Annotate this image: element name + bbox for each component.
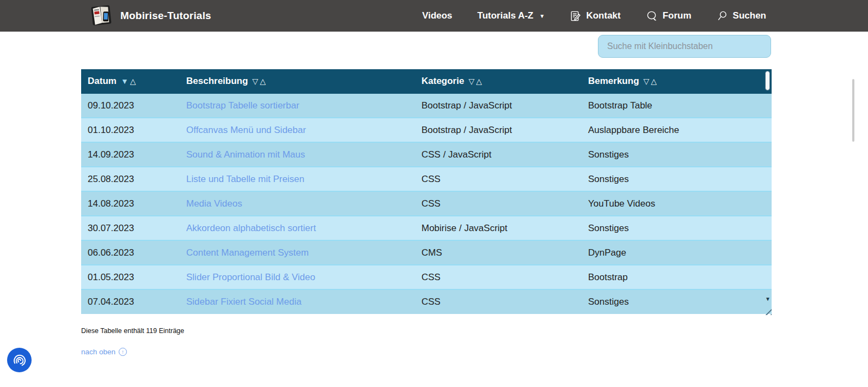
nav-item-suchen[interactable]: Suchen	[717, 10, 766, 22]
cell-datum: 01.05.2023	[81, 265, 180, 289]
cell-kategorie: CSS	[415, 265, 582, 289]
cell-bemerkung: DynPage	[582, 240, 772, 265]
cell-bemerkung: Bootstrap Table	[582, 93, 772, 118]
cell-datum: 14.08.2023	[81, 191, 180, 216]
table-row: 01.05.2023 Slider Proportional Bild & Vi…	[81, 265, 772, 289]
cell-kategorie: CMS	[415, 240, 582, 265]
privacy-fingerprint-button[interactable]	[7, 348, 32, 372]
table-row: 14.08.2023 Media Videos CSS YouTube Vide…	[81, 191, 772, 216]
sort-descending-icon[interactable]: ▽	[252, 77, 260, 86]
cell-bemerkung: Sonstiges	[582, 142, 772, 167]
tutorial-link[interactable]: Sound & Animation mit Maus	[186, 149, 305, 160]
browser-scrollbar-thumb[interactable]	[852, 79, 854, 142]
tutorial-link[interactable]: Content Management System	[186, 247, 309, 258]
tutorial-link[interactable]: Akkordeon alphabetisch sortiert	[186, 223, 316, 233]
nav-item-kontakt[interactable]: Kontakt	[570, 10, 620, 22]
chevron-down-icon: ▼	[540, 14, 545, 19]
cell-bemerkung: YouTube Videos	[582, 191, 772, 216]
cell-datum: 06.06.2023	[81, 240, 180, 265]
sort-descending-active-icon[interactable]: ▼	[121, 77, 130, 86]
cell-bemerkung: Sonstiges	[582, 216, 772, 240]
table-row: 09.10.2023 Bootstrap Tabelle sortierbar …	[81, 93, 772, 118]
cell-kategorie: CSS	[415, 167, 582, 191]
brand[interactable]: Mobirise-Tutorials	[89, 4, 211, 27]
cell-datum: 14.09.2023	[81, 142, 180, 167]
sort-ascending-icon[interactable]: △	[260, 77, 267, 86]
table-row: 25.08.2023 Liste und Tabelle mit Preisen…	[81, 167, 772, 191]
table-row: 30.07.2023 Akkordeon alphabetisch sortie…	[81, 216, 772, 240]
table-count-text: Diese Tabelle enthält 119 Einträge	[81, 327, 184, 335]
table-row: 07.04.2023 Sidebar Fixiert Social Media …	[81, 289, 772, 314]
fingerprint-icon	[12, 353, 27, 368]
tutorial-link[interactable]: Media Videos	[186, 198, 242, 209]
circled-up-arrow-icon: ↑	[119, 348, 127, 356]
cell-bemerkung: Sonstiges	[582, 167, 772, 191]
table-header-row: Datum▼△ Beschreibung▽△ Kategorie▽△ Bemer…	[81, 69, 772, 93]
sort-descending-icon[interactable]: ▽	[644, 77, 651, 86]
cell-datum: 30.07.2023	[81, 216, 180, 240]
brand-logo-icon	[89, 4, 115, 27]
column-header-beschreibung[interactable]: Beschreibung▽△	[180, 69, 415, 93]
cell-bemerkung: Bootstrap	[582, 265, 772, 289]
table-scrollbar-thumb[interactable]	[765, 71, 770, 90]
tutorials-table: Datum▼△ Beschreibung▽△ Kategorie▽△ Bemer…	[81, 69, 772, 314]
tutorial-link[interactable]: Liste und Tabelle mit Preisen	[186, 174, 304, 184]
table-row: 06.06.2023 Content Management System CMS…	[81, 240, 772, 265]
column-header-datum[interactable]: Datum▼△	[81, 69, 180, 93]
cell-bemerkung: Sonstiges	[582, 289, 772, 314]
cell-datum: 09.10.2023	[81, 93, 180, 118]
cell-kategorie: CSS / JavaScript	[415, 142, 582, 167]
magnifier-icon	[717, 10, 728, 22]
cell-datum: 25.08.2023	[81, 167, 180, 191]
sort-descending-icon[interactable]: ▽	[468, 77, 476, 86]
speech-bubble-icon	[646, 10, 658, 22]
sort-ascending-icon[interactable]: △	[130, 77, 138, 86]
column-header-kategorie[interactable]: Kategorie▽△	[415, 69, 582, 93]
brand-name: Mobirise-Tutorials	[120, 10, 211, 22]
cell-kategorie: Bootstrap / JavaScript	[415, 93, 582, 118]
navbar: Mobirise-Tutorials Videos Tutorials A-Z …	[0, 0, 868, 32]
table-row: 14.09.2023 Sound & Animation mit Maus CS…	[81, 142, 772, 167]
column-header-bemerkung[interactable]: Bemerkung▽△	[582, 69, 772, 93]
cell-datum: 07.04.2023	[81, 289, 180, 314]
sort-ascending-icon[interactable]: △	[476, 77, 484, 86]
search-input[interactable]	[598, 35, 771, 58]
nav-item-tutorials-az[interactable]: Tutorials A-Z ▼	[478, 10, 545, 21]
table-body: 09.10.2023 Bootstrap Tabelle sortierbar …	[81, 93, 772, 314]
cell-bemerkung: Auslappbare Bereiche	[582, 118, 772, 142]
nav-item-forum[interactable]: Forum	[646, 10, 692, 22]
back-to-top-link[interactable]: nach oben ↑	[81, 348, 127, 356]
table-row: 01.10.2023 Offcanvas Menü und Sidebar Bo…	[81, 118, 772, 142]
tutorial-link[interactable]: Sidebar Fixiert Social Media	[186, 297, 302, 307]
nav-menu: Videos Tutorials A-Z ▼ Kontakt	[422, 10, 779, 22]
tutorial-link[interactable]: Offcanvas Menü und Sidebar	[186, 125, 306, 135]
sort-ascending-icon[interactable]: △	[651, 77, 658, 86]
tutorial-link[interactable]: Slider Proportional Bild & Video	[186, 272, 315, 282]
cell-kategorie: Bootstrap / JavaScript	[415, 118, 582, 142]
cell-datum: 01.10.2023	[81, 118, 180, 142]
back-to-top-label: nach oben	[81, 348, 115, 356]
cell-kategorie: CSS	[415, 191, 582, 216]
cell-kategorie: CSS	[415, 289, 582, 314]
cell-kategorie: Mobirise / JavaScript	[415, 216, 582, 240]
scroll-down-arrow-icon[interactable]: ▼	[765, 297, 771, 302]
document-edit-icon	[570, 10, 581, 22]
nav-item-videos[interactable]: Videos	[422, 10, 452, 21]
tutorial-link[interactable]: Bootstrap Tabelle sortierbar	[186, 100, 299, 111]
